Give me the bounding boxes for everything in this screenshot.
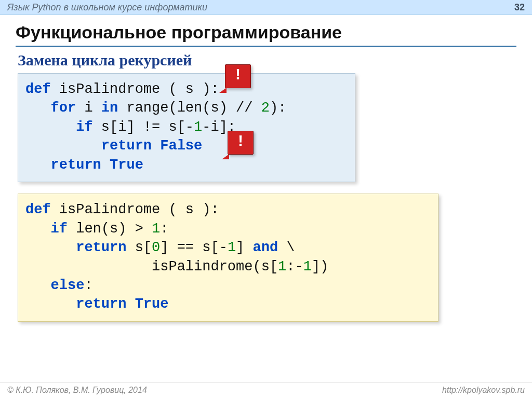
kw-if: if xyxy=(25,119,93,135)
kw-for: for xyxy=(25,100,76,116)
code-text: :- xyxy=(286,259,303,275)
slide-content: Функциональное программирование Замена ц… xyxy=(0,15,532,322)
code-text: i xyxy=(76,100,101,116)
kw-else: else xyxy=(25,278,84,293)
code-text: ] xyxy=(236,240,252,255)
code-block-recursive: def isPalindrome ( s ): if len(s) > 1: r… xyxy=(18,194,438,322)
footer-url: http://kpolyakov.spb.ru xyxy=(442,386,525,395)
num-literal: 0 xyxy=(152,240,160,255)
code-text: ]) xyxy=(312,259,328,275)
code-text: isPalindrome ( s ): xyxy=(51,81,219,97)
code-text: : xyxy=(160,221,168,237)
kw-true: True xyxy=(126,296,168,312)
num-literal: 1 xyxy=(303,259,312,275)
header-bar: Язык Python в школьном курсе информатики… xyxy=(0,0,532,15)
kw-false: False xyxy=(152,138,202,154)
code-block-iterative: def isPalindrome ( s ): for i in range(l… xyxy=(18,73,355,182)
num-literal: 1 xyxy=(228,240,236,255)
code-text: ] == s[- xyxy=(160,240,228,255)
kw-if: if xyxy=(25,221,68,237)
code-text: ): xyxy=(270,100,286,116)
kw-and: and xyxy=(252,240,278,255)
slide-title: Функциональное программирование xyxy=(16,22,516,47)
kw-def: def xyxy=(25,81,51,97)
code-text: : xyxy=(84,278,92,293)
page-number: 32 xyxy=(514,2,525,13)
kw-in: in xyxy=(101,100,118,116)
course-title: Язык Python в школьном курсе информатики xyxy=(7,2,207,13)
num-literal: 1 xyxy=(194,119,202,135)
kw-return: return xyxy=(25,157,101,173)
slide-subtitle: Замена цикла рекурсией xyxy=(18,51,516,69)
code-text: s[i] != s[- xyxy=(93,119,194,135)
callout-attention-icon: ! xyxy=(228,131,254,155)
callout-attention-icon: ! xyxy=(225,64,251,88)
kw-true: True xyxy=(101,157,143,173)
footer-bar: © К.Ю. Поляков, В.М. Гуровиц, 2014 http:… xyxy=(0,382,532,398)
code-text: len(s) > xyxy=(68,221,152,237)
code-text: s[ xyxy=(126,240,152,255)
kw-return: return xyxy=(25,296,126,312)
kw-return: return xyxy=(25,138,152,154)
code-text: isPalindrome ( s ): xyxy=(51,202,219,217)
code-text: range(len(s) // xyxy=(118,100,261,116)
num-literal: 2 xyxy=(261,100,270,116)
copyright-text: © К.Ю. Поляков, В.М. Гуровиц, 2014 xyxy=(7,386,147,395)
kw-def: def xyxy=(25,202,51,217)
num-literal: 1 xyxy=(152,221,160,237)
code-text: isPalindrome(s[ xyxy=(25,259,278,275)
num-literal: 1 xyxy=(278,259,286,275)
kw-return: return xyxy=(25,240,126,255)
code-text: \ xyxy=(278,240,295,255)
